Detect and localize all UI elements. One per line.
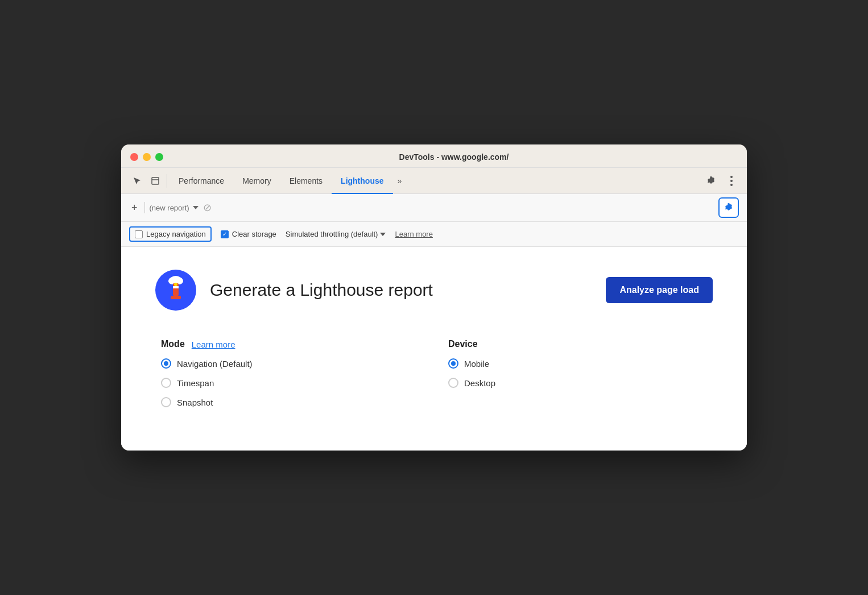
svg-point-2 — [730, 176, 733, 178]
navigation-radio — [161, 358, 171, 369]
layers-icon[interactable] — [146, 172, 164, 190]
add-report-button[interactable]: + — [129, 201, 140, 215]
toolbar-icons — [702, 172, 740, 189]
report-title: Generate a Lighthouse report — [210, 280, 592, 300]
svg-point-13 — [174, 283, 177, 286]
legacy-nav-check-box — [135, 230, 143, 238]
minimize-button[interactable] — [143, 153, 151, 161]
lighthouse-logo — [155, 270, 196, 311]
window-title: DevTools - www.google.com/ — [170, 152, 738, 162]
cursor-icon[interactable] — [128, 172, 146, 190]
svg-point-3 — [730, 180, 733, 182]
clear-storage-checkbox[interactable]: ✓ Clear storage — [221, 230, 276, 238]
tab-divider — [167, 174, 167, 188]
device-label: Device — [448, 339, 713, 349]
tab-lighthouse[interactable]: Lighthouse — [332, 168, 392, 194]
title-bar: DevTools - www.google.com/ — [121, 144, 747, 168]
tab-performance[interactable]: Performance — [170, 168, 233, 194]
more-options-icon[interactable] — [723, 172, 740, 189]
settings-icon[interactable] — [702, 172, 720, 189]
timespan-radio — [161, 378, 171, 388]
snapshot-radio — [161, 397, 171, 407]
clear-storage-check-box: ✓ — [221, 230, 229, 238]
tabs-bar: Performance Memory Elements Lighthouse » — [121, 168, 747, 194]
legacy-navigation-checkbox[interactable]: Legacy navigation — [129, 226, 212, 242]
svg-rect-11 — [173, 286, 179, 288]
mode-snapshot-option[interactable]: Snapshot — [161, 397, 425, 407]
toolbar-divider — [144, 202, 145, 213]
device-section: Device Mobile Desktop — [448, 339, 713, 416]
maximize-button[interactable] — [155, 153, 163, 161]
device-desktop-option[interactable]: Desktop — [448, 378, 713, 388]
mode-section: Mode Learn more Navigation (Default) Tim… — [161, 339, 425, 416]
close-button[interactable] — [130, 153, 138, 161]
devtools-window: DevTools - www.google.com/ Performance M… — [121, 144, 747, 451]
svg-point-4 — [730, 184, 733, 186]
main-content: Generate a Lighthouse report Analyze pag… — [121, 247, 747, 451]
mode-timespan-option[interactable]: Timespan — [161, 378, 425, 388]
options-grid: Mode Learn more Navigation (Default) Tim… — [155, 339, 713, 416]
report-header: Generate a Lighthouse report Analyze pag… — [155, 270, 713, 311]
svg-rect-0 — [152, 177, 159, 184]
mode-navigation-option[interactable]: Navigation (Default) — [161, 358, 425, 369]
settings-highlighted-button[interactable] — [718, 197, 739, 218]
tab-more-button[interactable]: » — [393, 176, 407, 185]
mode-label: Mode Learn more — [161, 339, 425, 349]
learn-more-link[interactable]: Learn more — [395, 230, 432, 238]
desktop-radio — [448, 378, 458, 388]
tab-elements[interactable]: Elements — [280, 168, 332, 194]
mobile-radio — [448, 358, 458, 369]
analyze-page-load-button[interactable]: Analyze page load — [606, 277, 713, 303]
throttling-selector[interactable]: Simulated throttling (default) — [286, 230, 386, 238]
tab-memory[interactable]: Memory — [233, 168, 280, 194]
traffic-lights — [130, 153, 163, 161]
mode-learn-more-link[interactable]: Learn more — [192, 340, 235, 349]
block-icon: ⊘ — [203, 201, 212, 214]
secondary-toolbar: + (new report) ⊘ — [121, 194, 747, 222]
report-selector[interactable]: (new report) — [150, 204, 199, 212]
device-mobile-option[interactable]: Mobile — [448, 358, 713, 369]
options-toolbar: Legacy navigation ✓ Clear storage Simula… — [121, 222, 747, 247]
svg-rect-12 — [171, 296, 181, 299]
